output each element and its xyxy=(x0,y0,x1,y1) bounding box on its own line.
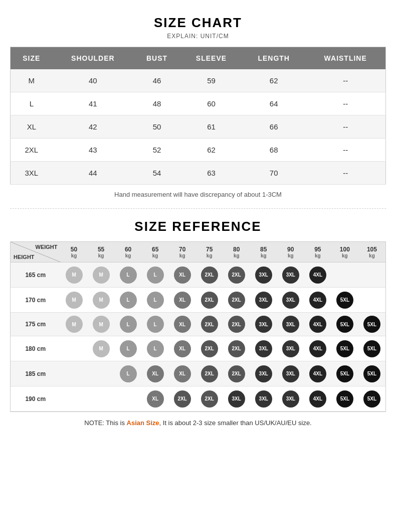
size-badge: 2XL xyxy=(228,316,245,333)
size-badge-cell: XL xyxy=(169,288,196,313)
table-row: 170 cmMMLLXL2XL2XL3XL3XL4XL5XL xyxy=(11,288,385,313)
table-row: L41486064-- xyxy=(11,92,386,115)
size-badge: 4XL xyxy=(309,340,326,357)
size-badge-cell: L xyxy=(142,336,169,361)
table-cell: 61 xyxy=(180,115,242,139)
weight-header: 100kg xyxy=(331,242,358,262)
size-badge-cell: L xyxy=(115,288,142,313)
size-table-header-cell: SHOULDER xyxy=(53,47,133,70)
size-badge-cell: 2XL xyxy=(196,262,223,288)
note-suffix: , It is about 2-3 size smaller than US/U… xyxy=(159,419,312,427)
size-badge-cell: 2XL xyxy=(196,386,223,412)
note-prefix: NOTE: This is xyxy=(84,419,126,427)
size-badge-cell: 5XL xyxy=(331,386,358,412)
size-badge-cell: 4XL xyxy=(304,336,331,361)
size-badge: M xyxy=(93,292,110,309)
size-badge: 5XL xyxy=(336,340,353,357)
size-badge: L xyxy=(120,365,137,382)
size-badge-cell: L xyxy=(142,262,169,288)
size-badge-cell: XL xyxy=(169,262,196,288)
size-badge: 3XL xyxy=(255,316,272,333)
table-cell: 64 xyxy=(242,92,305,115)
table-row: 175 cmMMLLXL2XL2XL3XL3XL4XL5XL5XL xyxy=(11,313,385,336)
size-badge: 3XL xyxy=(282,390,299,408)
size-badge: 4XL xyxy=(309,292,326,309)
size-reference-table: WEIGHT HEIGHT 50kg55kg60kg65kg70kg75kg80… xyxy=(11,242,385,412)
size-badge: 3XL xyxy=(255,390,272,408)
weight-header: 80kg xyxy=(223,242,250,262)
size-badge-cell: L xyxy=(115,361,142,386)
empty-badge xyxy=(93,364,110,381)
table-row: 180 cmMLLXL2XL2XL3XL3XL4XL5XL5XL xyxy=(11,336,385,361)
table-cell: 50 xyxy=(133,115,180,139)
size-badge: 5XL xyxy=(363,340,380,357)
measurement-note: Hand measurement will have discrepancy o… xyxy=(10,191,386,198)
size-table-header-cell: SIZE xyxy=(11,47,53,70)
size-badge-cell: 3XL xyxy=(250,361,277,386)
size-badge: M xyxy=(93,340,110,357)
table-cell: 52 xyxy=(133,139,180,162)
size-badge: 3XL xyxy=(282,340,299,357)
size-badge-cell xyxy=(331,262,358,288)
size-badge: 4XL xyxy=(309,316,326,333)
size-badge-cell xyxy=(115,386,142,412)
table-cell: L xyxy=(11,92,53,115)
table-cell: 68 xyxy=(242,139,305,162)
size-badge-cell: 2XL xyxy=(223,288,250,313)
table-row: 185 cmLXLXL2XL2XL3XL3XL4XL5XL5XL xyxy=(11,361,385,386)
size-badge-cell: XL xyxy=(142,361,169,386)
table-row: M40465962-- xyxy=(11,69,386,92)
size-badge-cell xyxy=(61,361,88,386)
size-badge: L xyxy=(120,292,137,309)
size-badge: L xyxy=(120,316,137,333)
table-cell: 43 xyxy=(53,139,133,162)
size-table-header-cell: WAISTLINE xyxy=(305,47,385,70)
table-cell: 2XL xyxy=(11,139,53,162)
size-badge-cell: 5XL xyxy=(331,361,358,386)
table-cell: 48 xyxy=(133,92,180,115)
size-badge-cell: 5XL xyxy=(358,336,385,361)
height-cell: 175 cm xyxy=(11,313,61,336)
table-cell: 44 xyxy=(53,162,133,185)
weight-header: 55kg xyxy=(88,242,115,262)
size-badge: XL xyxy=(147,390,164,408)
size-badge: 2XL xyxy=(228,365,245,382)
weight-header: 75kg xyxy=(196,242,223,262)
size-badge-cell: 4XL xyxy=(304,288,331,313)
table-cell: 62 xyxy=(180,139,242,162)
size-badge: 2XL xyxy=(201,292,218,309)
table-cell: 63 xyxy=(180,162,242,185)
size-badge-cell: L xyxy=(142,288,169,313)
size-badge: M xyxy=(93,267,110,284)
size-badge: 3XL xyxy=(282,267,299,284)
size-badge-cell: 2XL xyxy=(223,313,250,336)
weight-header: 50kg xyxy=(61,242,88,262)
table-cell: 62 xyxy=(242,69,305,92)
corner-header: WEIGHT HEIGHT xyxy=(11,242,61,262)
weight-header: 105kg xyxy=(358,242,385,262)
size-badge: L xyxy=(120,340,137,357)
size-badge: 5XL xyxy=(363,390,380,408)
note-asian: Asian Size xyxy=(127,419,159,427)
size-badge-cell: 2XL xyxy=(196,361,223,386)
size-badge-cell: 5XL xyxy=(358,313,385,336)
size-badge-cell xyxy=(61,386,88,412)
weight-header: 70kg xyxy=(169,242,196,262)
size-badge-cell: 2XL xyxy=(196,288,223,313)
table-row: 165 cmMMLLXL2XL2XL3XL3XL4XL xyxy=(11,262,385,288)
size-badge-cell: 2XL xyxy=(196,336,223,361)
table-cell: 60 xyxy=(180,92,242,115)
size-badge: 5XL xyxy=(336,365,353,382)
empty-badge xyxy=(66,339,83,356)
size-badge: 2XL xyxy=(201,340,218,357)
size-badge: 2XL xyxy=(228,340,245,357)
height-cell: 170 cm xyxy=(11,288,61,313)
empty-badge xyxy=(66,389,83,407)
size-badge-cell: 5XL xyxy=(331,313,358,336)
size-badge: XL xyxy=(147,365,164,382)
size-badge-cell: M xyxy=(61,262,88,288)
size-badge: 5XL xyxy=(363,316,380,333)
table-cell: -- xyxy=(305,115,385,139)
size-badge: 3XL xyxy=(255,365,272,382)
size-badge-cell: 3XL xyxy=(277,313,304,336)
